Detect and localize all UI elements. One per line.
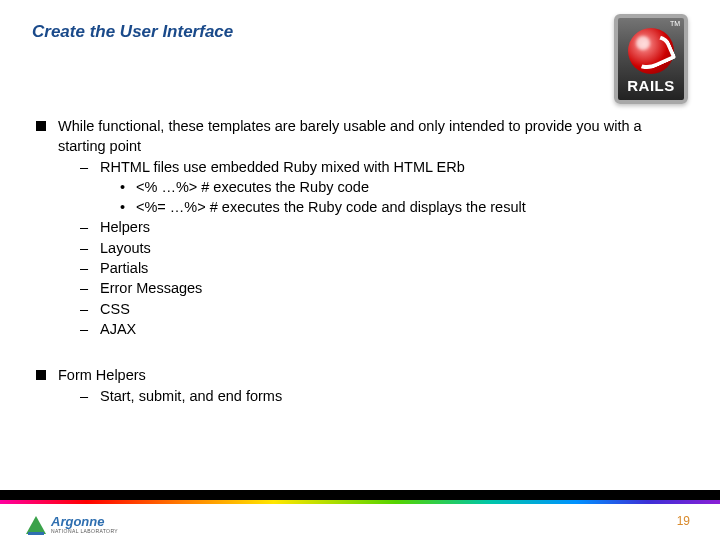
dot-icon: •: [120, 197, 125, 217]
dot-icon: •: [120, 177, 125, 197]
dash-text: Start, submit, and end forms: [100, 388, 282, 404]
dash-text: CSS: [100, 301, 130, 317]
dash-partials: –Partials: [80, 258, 680, 278]
dot-erb-display: • <%= …%> # executes the Ruby code and d…: [120, 197, 680, 217]
bullet-form-helpers: Form Helpers – Start, submit, and end fo…: [36, 365, 680, 406]
dash-icon: –: [80, 386, 88, 406]
dash-icon: –: [80, 157, 88, 177]
argonne-subtitle: NATIONAL LABORATORY: [51, 529, 118, 534]
square-bullet-icon: [36, 370, 46, 380]
dash-css: –CSS: [80, 299, 680, 319]
dash-error-messages: –Error Messages: [80, 278, 680, 298]
dot-text: <%= …%> # executes the Ruby code and dis…: [136, 199, 526, 215]
dash-text: Helpers: [100, 219, 150, 235]
trademark-label: TM: [670, 20, 680, 27]
dot-erb-exec: • <% …%> # executes the Ruby code: [120, 177, 680, 197]
dash-text: Error Messages: [100, 280, 202, 296]
bullet-templates-intro: While functional, these templates are ba…: [36, 116, 680, 339]
dash-layouts: –Layouts: [80, 238, 680, 258]
square-bullet-icon: [36, 121, 46, 131]
footer-spectrum-stripe: [0, 500, 720, 504]
dash-text: Layouts: [100, 240, 151, 256]
dash-start-submit-end: – Start, submit, and end forms: [80, 386, 680, 406]
footer-black-stripe: [0, 490, 720, 500]
argonne-logo: Argonne NATIONAL LABORATORY: [26, 516, 118, 534]
dash-text: RHTML files use embedded Ruby mixed with…: [100, 159, 465, 175]
bullet-text: Form Helpers: [58, 367, 146, 383]
rails-logo-label: RAILS: [618, 77, 684, 94]
argonne-triangle-icon: [26, 516, 46, 534]
bullet-text: While functional, these templates are ba…: [58, 118, 642, 154]
dash-text: AJAX: [100, 321, 136, 337]
dot-text: <% …%> # executes the Ruby code: [136, 179, 369, 195]
rails-logo: TM RAILS: [614, 14, 688, 104]
dash-text: Partials: [100, 260, 148, 276]
dash-rhtml: – RHTML files use embedded Ruby mixed wi…: [80, 157, 680, 218]
slide-title: Create the User Interface: [32, 22, 233, 42]
dash-helpers: –Helpers: [80, 217, 680, 237]
argonne-name: Argonne: [51, 516, 118, 528]
footer-bar: [0, 490, 720, 504]
page-number: 19: [677, 514, 690, 528]
dash-ajax: –AJAX: [80, 319, 680, 339]
slide-content: While functional, these templates are ba…: [36, 116, 680, 406]
